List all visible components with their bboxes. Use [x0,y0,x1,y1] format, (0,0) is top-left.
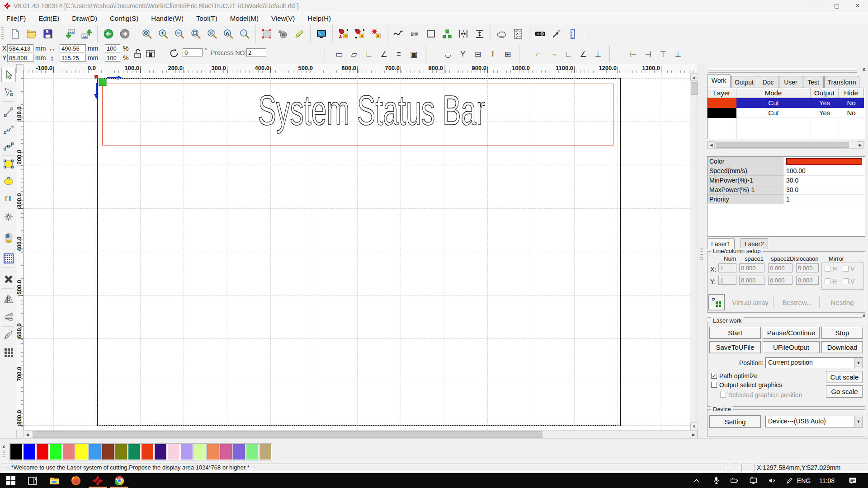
weld-icon[interactable]: ▭ [332,47,346,61]
projector-button[interactable] [532,26,548,42]
taskbar-file-explorer-button[interactable] [43,474,65,487]
node-edit-button[interactable] [352,26,368,42]
zoom-all-button[interactable]: A [220,26,236,42]
tool-delete-button[interactable] [1,272,16,286]
array-y-num-input[interactable] [718,276,736,285]
tool-rectangle-button[interactable] [1,157,16,171]
tool-sphere-3d-button[interactable] [1,230,16,245]
tray-battery-button[interactable] [726,475,742,486]
taskbar-start-button[interactable] [0,474,22,487]
close-path-icon[interactable]: ⊟ [471,47,485,61]
node-join-icon[interactable]: Y [456,47,470,61]
scroll-down-button[interactable]: ▼ [690,422,698,430]
vscroll-thumb[interactable] [691,82,698,95]
download-button[interactable]: Download [821,341,863,353]
palette-color-swatch[interactable] [207,444,219,460]
palette-color-swatch[interactable] [75,444,88,460]
height-scale-input[interactable] [105,54,120,62]
layer-col-layer[interactable]: Layer [708,88,736,98]
array-y-space1-input[interactable] [739,276,764,285]
menu-edit[interactable]: Edit(E) [32,12,66,24]
rotate-icon[interactable] [168,47,180,59]
zoom-in-button[interactable] [155,26,171,42]
ruler-tool-button[interactable] [565,26,581,42]
close-button[interactable]: ✕ [847,0,868,12]
array-x-space1-input[interactable] [739,263,764,272]
color-value-swatch[interactable] [786,158,862,165]
layer-color-swatch[interactable] [708,108,736,118]
import-file-button[interactable] [62,26,78,42]
hscroll-thumb[interactable] [33,431,542,438]
pick-position-button[interactable] [548,26,565,42]
start-button[interactable]: Start [709,327,761,339]
tool-text-button[interactable]: fI [1,192,16,206]
layer-row-output[interactable]: Yes [811,98,839,108]
stop-button[interactable]: Stop [821,327,863,339]
tray-pen-input-button[interactable] [781,475,797,486]
tab-laser1[interactable]: Laser1 [707,238,735,249]
layer-row-mode[interactable]: Cut [736,108,811,118]
process-no-input[interactable] [246,48,266,56]
corner-cut-icon[interactable]: ∟ [362,47,376,61]
language-indicator[interactable]: ENG [795,475,813,486]
tray-tray-expand-button[interactable] [688,475,704,486]
grid-array-icon[interactable]: ⊞ [500,47,515,61]
prop-value[interactable] [783,157,865,166]
menu-model[interactable]: Model(M) [224,12,265,24]
align-bottom-edge-icon[interactable]: ⊥ [671,47,685,61]
height-input[interactable] [60,54,86,62]
align-top-edge-icon[interactable]: ⊤ [656,47,670,61]
view-back-button[interactable] [100,26,117,42]
tab-doc[interactable]: Doc [758,76,778,88]
node-edit-warn-button[interactable]: A [335,26,352,42]
palette-color-swatch[interactable] [167,444,180,460]
palette-color-swatch[interactable] [10,444,23,460]
prop-value[interactable]: 100.00 [783,166,865,176]
zoom-page-button[interactable] [188,26,204,42]
open-file-button[interactable] [24,26,40,42]
tool-array-copy-button[interactable] [1,345,16,360]
tool-mirror-vertical-button[interactable] [1,310,16,324]
notification-center-button[interactable] [844,475,862,486]
mirror-v-y-checkbox[interactable] [843,278,849,284]
array-x-num-input[interactable] [718,263,736,272]
lock-ratio-icon[interactable] [132,48,144,60]
chevron-down-icon[interactable]: ▼ [854,416,863,427]
design-text-object[interactable]: System Status Bar [258,87,431,134]
scroll-right-button[interactable]: ▶ [690,431,698,438]
zoom-out-button[interactable] [171,26,188,42]
palette-color-swatch[interactable] [49,444,62,460]
text-path-icon[interactable]: I [486,47,500,61]
align-corner-tl-icon[interactable]: ⌐ [531,47,546,61]
curve-tool-button[interactable] [390,26,406,42]
palette-color-swatch[interactable] [141,444,154,460]
export-file-button[interactable] [78,26,94,42]
align-left-edge-icon[interactable]: ⊢ [626,47,641,61]
palette-color-swatch[interactable] [154,444,167,460]
laser-machine-button[interactable] [494,26,510,42]
palette-color-swatch[interactable] [128,444,141,460]
taskbar-rdworks-button[interactable] [87,474,108,487]
taskbar-firefox-button[interactable] [65,474,87,487]
tool-mirror-horizontal-button[interactable] [1,292,16,306]
align-corner-br-icon[interactable]: ∠ [576,47,590,61]
align-right-edge-icon[interactable]: ⊣ [641,47,656,61]
tool-offset-tool-button[interactable] [1,327,16,342]
scroll-up-button[interactable]: ▲ [690,73,698,81]
save-to-ufile-button[interactable]: SaveToUFile [709,341,761,353]
array-preview-button[interactable] [708,294,725,310]
tool-dot-grid-button[interactable] [1,251,16,266]
rotate-angle-input[interactable] [183,48,203,56]
tab-transform[interactable]: Transform [824,76,859,88]
drawing-canvas[interactable]: System Status Bar [24,73,690,430]
palette-color-swatch[interactable] [36,444,49,460]
width-scale-input[interactable] [105,44,120,52]
layer-color-swatch[interactable] [708,98,736,108]
path-optimize-checkbox[interactable]: ✓ [711,373,717,379]
distribute-v-button[interactable] [472,26,488,42]
align-corner-tr-icon[interactable]: ¬ [546,47,561,61]
tray-volume-muted-button[interactable] [764,475,780,486]
x-position-input[interactable] [7,44,33,52]
node-edit-star-button[interactable] [368,26,384,42]
menu-handle[interactable]: Handle(W) [145,12,190,24]
